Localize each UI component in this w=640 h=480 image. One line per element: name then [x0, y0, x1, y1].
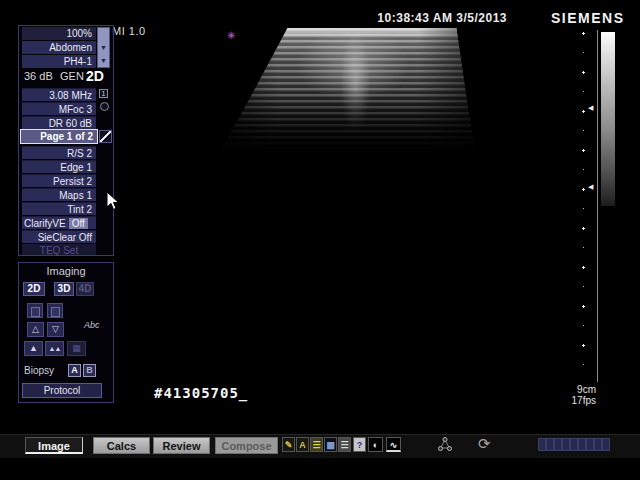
- gen-label: GEN: [60, 70, 84, 82]
- tab-compose[interactable]: Compose: [215, 437, 278, 454]
- preset-select[interactable]: Abdomen: [22, 41, 96, 54]
- steer-up-icon[interactable]: △: [27, 322, 44, 337]
- softkey-tint[interactable]: Tint 2: [22, 202, 96, 215]
- mi-label: MI 1.0: [112, 25, 146, 37]
- split-screen-left-icon[interactable]: [27, 303, 43, 318]
- transducer-select[interactable]: PH4-1: [22, 55, 96, 68]
- abc-annotation-icon[interactable]: Abc: [84, 320, 100, 330]
- frequency-index-badge: 1: [99, 89, 108, 98]
- softkey-page-selector[interactable]: Page 1 of 2: [20, 129, 98, 144]
- imaging-title: Imaging: [18, 265, 114, 277]
- depth-ruler-line: [597, 30, 598, 382]
- orientation-marker-icon: ✳: [227, 30, 235, 41]
- softkey-dynamic-range[interactable]: DR 60 dB: [22, 116, 96, 129]
- softkey-persist[interactable]: Persist 2: [22, 174, 96, 187]
- grayscale-bar: [601, 32, 615, 206]
- preset-scroll-strip[interactable]: ▼ ▼: [97, 27, 110, 68]
- sector-solid-icon[interactable]: ▲: [24, 341, 43, 356]
- grid-layout-icon[interactable]: ▦: [67, 341, 86, 356]
- network-nodes-icon[interactable]: [437, 436, 453, 453]
- steer-down-icon[interactable]: ▽: [47, 322, 64, 337]
- softkey-sieclear[interactable]: SieClear Off: [22, 230, 96, 243]
- softkey-edge[interactable]: Edge 1: [22, 160, 96, 173]
- siemens-logo: SIEMENS: [551, 10, 625, 26]
- softkey-clarify[interactable]: ClarifyVEOff: [22, 216, 96, 229]
- transducer-dropdown-icon[interactable]: ▼: [98, 54, 109, 67]
- tab-review[interactable]: Review: [153, 437, 210, 454]
- image-thumbnails-icon[interactable]: ▩: [324, 437, 337, 452]
- zoom-level[interactable]: 100%: [22, 27, 96, 40]
- biopsy-b-button[interactable]: B: [83, 364, 96, 377]
- worksheet-list-icon[interactable]: ☰: [338, 437, 351, 452]
- softkey-maps[interactable]: Maps 1: [22, 188, 96, 201]
- mouse-cursor: [106, 191, 120, 211]
- softkey-focus[interactable]: MFoc 3: [22, 102, 96, 115]
- imaging-3d-button[interactable]: 3D: [54, 282, 74, 296]
- help-icon[interactable]: ?: [353, 437, 366, 452]
- status-progress-bar: [538, 438, 610, 451]
- clarify-label: ClarifyVE: [24, 218, 66, 229]
- imaging-4d-button[interactable]: 4D: [76, 282, 94, 296]
- ultrasound-image-fade: [222, 28, 474, 150]
- text-label-icon[interactable]: A: [296, 437, 309, 452]
- imaging-2d-button[interactable]: 2D: [23, 282, 45, 296]
- focus-marker-icon[interactable]: ◀: [588, 104, 593, 111]
- depth-label: 9cm: [556, 384, 596, 395]
- framerate-label: 17fps: [556, 395, 596, 406]
- clarify-value: Off: [69, 218, 88, 229]
- annotation-tool-icon[interactable]: ✎: [282, 437, 295, 452]
- refresh-icon[interactable]: ⟳: [478, 436, 491, 451]
- focus-marker-icon[interactable]: ◀: [588, 183, 593, 190]
- depth-ruler-ticks: [581, 31, 586, 382]
- split-screen-right-icon[interactable]: [47, 303, 63, 318]
- softkey-frequency[interactable]: 3.08 MHz: [22, 88, 96, 101]
- preset-dropdown-icon[interactable]: ▼: [98, 41, 109, 54]
- biopsy-a-button[interactable]: A: [68, 364, 81, 377]
- dual-sector-icon[interactable]: ▲▲: [45, 341, 64, 356]
- protocol-button[interactable]: Protocol: [22, 383, 102, 398]
- ultrasound-screen: 10:38:43 AM 3/5/2013 SIEMENS MI 1.0 ✳ #4…: [0, 0, 640, 480]
- tab-calcs[interactable]: Calcs: [93, 437, 150, 454]
- softkey-teq: TEQ Set: [22, 244, 96, 255]
- softkey-rs[interactable]: R/S 2: [22, 146, 96, 159]
- tab-image[interactable]: Image: [25, 437, 83, 454]
- contrast-icon[interactable]: ◐: [368, 437, 383, 452]
- biopsy-label: Biopsy: [24, 365, 54, 376]
- report-list-icon[interactable]: ☰: [310, 437, 323, 452]
- gain-label: 36 dB: [24, 70, 53, 82]
- annotation-text[interactable]: #41305705_: [154, 385, 248, 401]
- gamma-curve-icon[interactable]: ∿: [386, 437, 401, 452]
- clock: 10:38:43 AM 3/5/2013: [330, 11, 507, 25]
- mode-2d-indicator: 2D: [86, 68, 104, 84]
- page-flip-icon[interactable]: [99, 130, 112, 143]
- focus-dial-icon: [100, 102, 109, 111]
